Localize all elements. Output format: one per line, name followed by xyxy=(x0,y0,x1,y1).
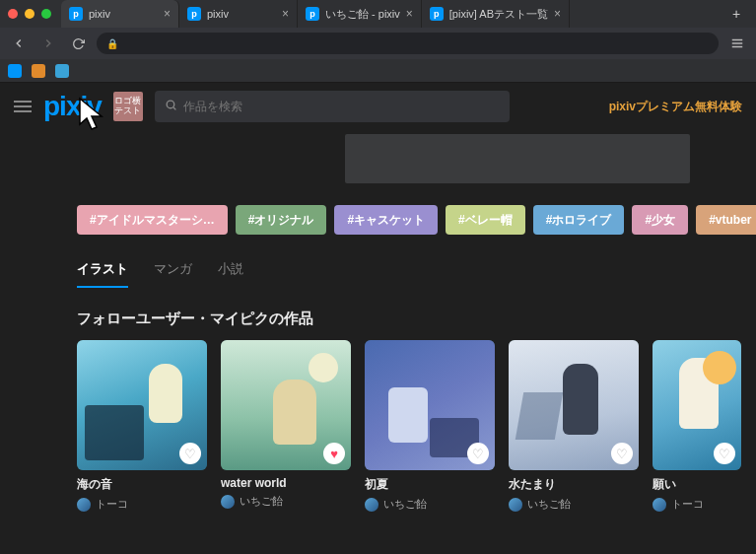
premium-link[interactable]: pixivプレミアム無料体験 xyxy=(609,99,742,115)
artwork-title: water world xyxy=(221,476,351,490)
artwork-author[interactable]: いちご飴 xyxy=(365,497,495,512)
maximize-window-icon[interactable] xyxy=(41,9,51,19)
browser-tab[interactable]: ppixiv× xyxy=(179,0,298,28)
avatar-icon xyxy=(365,498,378,512)
site-header: pixiv ロゴ横 テスト pixivプレミアム無料体験 xyxy=(0,83,756,130)
tag-row: #アイドルマスターシ…#オリジナル#キャスケット#ベレー帽#ホロライブ#少女#v… xyxy=(0,197,756,242)
content-tabs: イラストマンガ小説 xyxy=(0,242,756,288)
tag-pill[interactable]: #オリジナル xyxy=(236,205,327,235)
pixiv-favicon-icon: p xyxy=(69,7,83,21)
pixiv-logo[interactable]: pixiv xyxy=(43,91,102,122)
logo-test-badge: ロゴ横 テスト xyxy=(113,92,143,121)
bookmarks-bar xyxy=(0,59,756,83)
artwork-thumbnail[interactable]: ♡ xyxy=(509,340,639,470)
artwork-thumbnail[interactable]: ♡ xyxy=(365,340,495,470)
tag-pill[interactable]: #少女 xyxy=(632,205,688,235)
content-tab[interactable]: マンガ xyxy=(154,260,192,288)
artwork-thumbnail[interactable]: ♡ xyxy=(653,340,741,470)
like-button[interactable]: ♥ xyxy=(323,443,345,464)
author-name: いちご飴 xyxy=(527,497,571,512)
tab-label: pixiv xyxy=(89,8,158,20)
tag-pill[interactable]: #アイドルマスターシ… xyxy=(77,205,228,235)
toolbar: 🔒 xyxy=(0,28,756,59)
artwork-thumbnail[interactable]: ♥ xyxy=(221,340,351,470)
titlebar: ppixiv×ppixiv×pいちご飴 - pixiv×p[pixiv] ABテ… xyxy=(0,0,756,28)
like-button[interactable]: ♡ xyxy=(714,443,735,464)
ad-placeholder xyxy=(345,134,690,183)
reload-button[interactable] xyxy=(67,33,89,54)
close-tab-icon[interactable]: × xyxy=(406,7,413,21)
avatar-icon xyxy=(221,495,235,509)
artwork-card[interactable]: ♡海の音トーコ xyxy=(77,340,207,512)
address-bar[interactable]: 🔒 xyxy=(97,33,719,54)
tab-label: いちご飴 - pixiv xyxy=(325,7,400,22)
author-name: トーコ xyxy=(96,497,128,512)
artwork-card[interactable]: ♡願いトーコ xyxy=(653,340,741,512)
section-title: フォローユーザー・マイピクの作品 xyxy=(0,288,756,340)
browser-chrome: ppixiv×ppixiv×pいちご飴 - pixiv×p[pixiv] ABテ… xyxy=(0,0,756,83)
artwork-author[interactable]: トーコ xyxy=(653,497,741,512)
lock-icon: 🔒 xyxy=(106,38,118,49)
close-tab-icon[interactable]: × xyxy=(282,7,289,21)
author-name: いちご飴 xyxy=(240,494,283,509)
search-box[interactable] xyxy=(155,91,510,122)
author-name: いちご飴 xyxy=(383,497,427,512)
bookmark-icon[interactable] xyxy=(32,64,45,78)
svg-point-3 xyxy=(167,101,174,108)
content-tab[interactable]: イラスト xyxy=(77,260,128,288)
close-tab-icon[interactable]: × xyxy=(164,7,171,21)
close-tab-icon[interactable]: × xyxy=(554,7,561,21)
artwork-author[interactable]: いちご飴 xyxy=(221,494,351,509)
tag-pill[interactable]: #vtuber xyxy=(696,205,756,235)
search-input[interactable] xyxy=(183,100,500,113)
like-button[interactable]: ♡ xyxy=(611,443,633,464)
avatar-icon xyxy=(77,498,91,512)
artwork-card[interactable]: ♡初夏いちご飴 xyxy=(365,340,495,512)
artwork-title: 水たまり xyxy=(509,476,639,493)
bookmark-icon[interactable] xyxy=(55,64,69,78)
back-button[interactable] xyxy=(8,33,30,54)
window-controls[interactable] xyxy=(8,9,51,19)
artwork-card[interactable]: ♥water worldいちご飴 xyxy=(221,340,351,512)
browser-tab[interactable]: pいちご飴 - pixiv× xyxy=(298,0,422,28)
browser-tab[interactable]: p[pixiv] ABテスト一覧× xyxy=(422,0,570,28)
author-name: トーコ xyxy=(671,497,704,512)
menu-button[interactable] xyxy=(726,33,748,54)
artwork-card[interactable]: ♡水たまりいちご飴 xyxy=(509,340,639,512)
browser-tab[interactable]: ppixiv× xyxy=(61,0,179,28)
pixiv-favicon-icon: p xyxy=(430,7,444,21)
pixiv-favicon-icon: p xyxy=(187,7,201,21)
search-icon xyxy=(165,98,177,115)
hamburger-menu-button[interactable] xyxy=(14,101,32,112)
avatar-icon xyxy=(653,498,666,512)
bookmark-icon[interactable] xyxy=(8,64,22,78)
like-button[interactable]: ♡ xyxy=(179,443,201,464)
artwork-author[interactable]: トーコ xyxy=(77,497,207,512)
artwork-title: 初夏 xyxy=(365,476,495,493)
tag-pill[interactable]: #ベレー帽 xyxy=(446,205,525,235)
pixiv-favicon-icon: p xyxy=(306,7,319,21)
browser-tabs: ppixiv×ppixiv×pいちご飴 - pixiv×p[pixiv] ABテ… xyxy=(61,0,724,28)
avatar-icon xyxy=(509,498,522,512)
close-window-icon[interactable] xyxy=(8,9,18,19)
tab-label: [pixiv] ABテスト一覧 xyxy=(449,7,548,22)
artwork-title: 願い xyxy=(653,476,741,493)
like-button[interactable]: ♡ xyxy=(467,443,489,464)
artwork-author[interactable]: いちご飴 xyxy=(509,497,639,512)
forward-button[interactable] xyxy=(37,33,59,54)
artwork-thumbnail[interactable]: ♡ xyxy=(77,340,207,470)
artwork-cards: ♡海の音トーコ♥water worldいちご飴♡初夏いちご飴♡水たまりいちご飴♡… xyxy=(0,340,756,512)
svg-line-4 xyxy=(173,107,175,109)
artwork-title: 海の音 xyxy=(77,476,207,493)
tag-pill[interactable]: #キャスケット xyxy=(334,205,438,235)
tag-pill[interactable]: #ホロライブ xyxy=(533,205,625,235)
content-tab[interactable]: 小説 xyxy=(218,260,243,288)
minimize-window-icon[interactable] xyxy=(25,9,34,19)
tab-label: pixiv xyxy=(207,8,276,20)
new-tab-button[interactable]: + xyxy=(724,6,748,22)
